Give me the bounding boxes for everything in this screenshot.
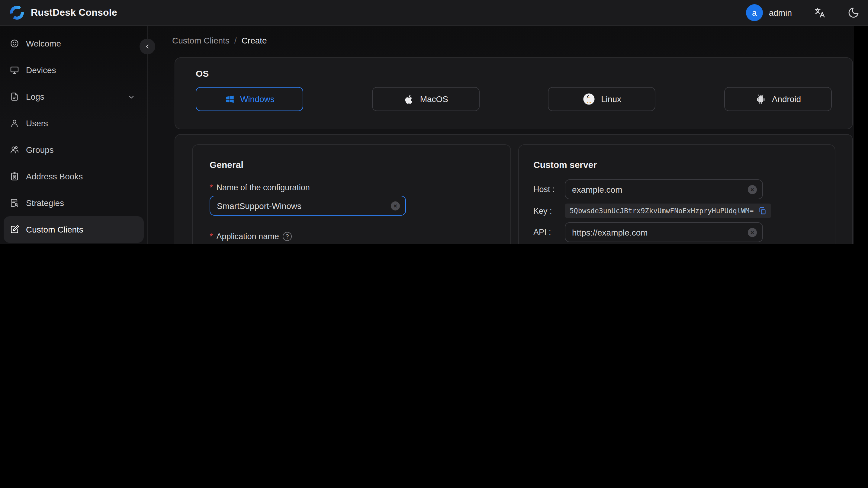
key-row: Key : 5Qbwsde3unUcJBtrx9ZkvUmwFNoExHzpry… <box>533 204 820 218</box>
sidebar-item-strategies[interactable]: Strategies <box>4 190 144 216</box>
copy-icon[interactable] <box>758 207 766 215</box>
rustdesk-logo-icon <box>9 5 25 21</box>
api-label: API : <box>533 228 565 237</box>
breadcrumb-custom-clients[interactable]: Custom Clients <box>172 36 229 45</box>
os-title: OS <box>196 68 832 79</box>
user-icon <box>10 118 19 128</box>
config-name-label: Name of the configuration <box>210 183 494 192</box>
sidebar-item-groups[interactable]: Groups <box>4 136 144 163</box>
sidebar-item-custom-clients[interactable]: Custom Clients <box>4 216 144 243</box>
logs-file-icon <box>10 92 19 101</box>
linux-penguin-icon <box>582 92 596 106</box>
breadcrumb: Custom Clients / Create <box>172 36 854 45</box>
sidebar-item-address-books[interactable]: Address Books <box>4 163 144 190</box>
os-card: OS Windows MacOS <box>175 57 853 129</box>
brand: RustDesk Console <box>9 5 117 21</box>
dark-mode-icon[interactable] <box>847 7 860 19</box>
os-button-android[interactable]: Android <box>724 87 832 111</box>
os-button-label: Windows <box>240 94 275 104</box>
avatar[interactable]: a <box>746 4 763 21</box>
right-column: Custom server Host : × Key : <box>518 144 835 244</box>
chevron-down-icon <box>127 93 135 100</box>
key-value: 5Qbwsde3unUcJBtrx9ZkvUmwFNoExHzpryHuPUdq… <box>569 207 753 215</box>
sidebar-collapse-button[interactable] <box>140 39 155 54</box>
api-input[interactable] <box>565 227 762 237</box>
host-input-wrap: × <box>565 179 763 199</box>
breadcrumb-create: Create <box>242 36 267 45</box>
sidebar-item-label: Devices <box>26 65 56 75</box>
sidebar-item-devices[interactable]: Devices <box>4 57 144 83</box>
custom-server-panel: Custom server Host : × Key : <box>518 144 835 244</box>
sidebar-item-label: Users <box>26 118 48 128</box>
breadcrumb-separator: / <box>235 36 237 45</box>
sidebar-item-welcome[interactable]: Welcome <box>4 30 144 57</box>
config-name-input-wrap: × <box>210 196 406 216</box>
key-value-box: 5Qbwsde3unUcJBtrx9ZkvUmwFNoExHzpryHuPUdq… <box>565 204 771 218</box>
os-button-macos[interactable]: MacOS <box>372 87 479 111</box>
strategy-document-icon <box>10 198 19 208</box>
os-button-label: MacOS <box>420 94 448 104</box>
api-row: API : × <box>533 222 820 242</box>
header-right: a admin <box>746 4 860 21</box>
form-wrapper-card: General Name of the configuration × Appl… <box>175 134 853 244</box>
users-group-icon <box>10 145 19 155</box>
os-button-label: Linux <box>601 94 621 104</box>
app-title: RustDesk Console <box>31 7 117 18</box>
host-row: Host : × <box>533 179 820 199</box>
apple-icon <box>403 93 415 105</box>
custom-server-title: Custom server <box>533 159 820 170</box>
general-title: General <box>210 159 494 170</box>
app-name-label: Application name <box>210 232 494 241</box>
address-book-icon <box>10 172 19 181</box>
api-input-wrap: × <box>565 222 763 242</box>
sidebar-item-users[interactable]: Users <box>4 110 144 136</box>
clear-icon[interactable]: × <box>748 185 757 194</box>
os-button-label: Android <box>772 94 801 104</box>
sidebar-item-label: Logs <box>26 92 44 101</box>
windows-icon <box>224 94 235 104</box>
os-button-windows[interactable]: Windows <box>196 87 303 111</box>
edit-square-icon <box>10 225 19 234</box>
sidebar-item-label: Strategies <box>26 198 64 208</box>
sidebar: Welcome Devices Logs <box>0 26 148 244</box>
key-label: Key : <box>533 206 565 215</box>
clear-icon[interactable]: × <box>748 228 757 237</box>
help-icon[interactable] <box>283 232 292 241</box>
sidebar-item-label: Custom Clients <box>26 225 83 234</box>
main-content: Custom Clients / Create OS Windows <box>148 26 854 244</box>
os-button-linux[interactable]: Linux <box>548 87 656 111</box>
host-input[interactable] <box>565 184 762 194</box>
sidebar-item-label: Address Books <box>26 172 83 181</box>
monitor-icon <box>10 65 19 75</box>
sidebar-item-label: Groups <box>26 145 54 155</box>
header: RustDesk Console a admin <box>0 0 868 26</box>
config-name-input[interactable] <box>210 201 405 211</box>
smiley-icon <box>10 39 19 48</box>
general-panel: General Name of the configuration × Appl… <box>192 144 511 244</box>
android-robot-icon <box>755 93 767 105</box>
host-label: Host : <box>533 185 565 194</box>
language-icon[interactable] <box>814 7 826 19</box>
sidebar-item-settings[interactable]: Settings <box>4 243 144 244</box>
scroll-gutter[interactable] <box>854 26 868 244</box>
user-name[interactable]: admin <box>769 8 792 18</box>
clear-icon[interactable]: × <box>391 201 400 210</box>
sidebar-item-label: Welcome <box>26 39 61 48</box>
rustdesk-console-app: RustDesk Console a admin <box>0 0 868 244</box>
sidebar-item-logs[interactable]: Logs <box>4 83 144 110</box>
